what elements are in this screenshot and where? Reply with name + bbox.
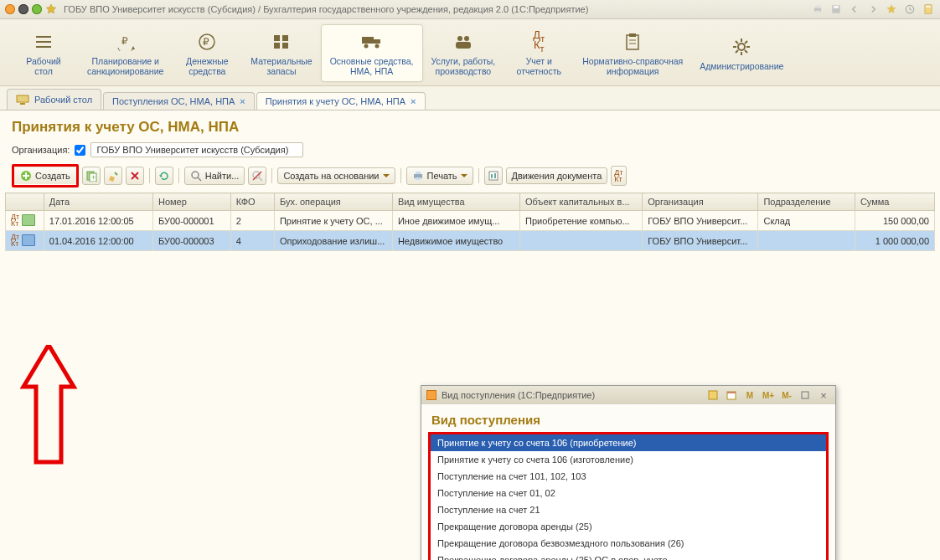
nav-label: Основные средства, НМА, НПА	[330, 56, 414, 76]
nav-label: Денежные средства	[186, 56, 229, 76]
calculator-icon[interactable]	[706, 388, 720, 402]
nav-fwd-icon[interactable]	[866, 3, 880, 16]
close-icon[interactable]: ×	[240, 96, 245, 106]
maximize-icon[interactable]	[798, 388, 812, 402]
find-button[interactable]: Найти...	[184, 167, 245, 185]
col-sum[interactable]: Сумма	[855, 193, 934, 211]
cell-num: БУ00-000003	[153, 231, 231, 251]
svg-rect-58	[709, 391, 717, 399]
calendar-icon[interactable]	[725, 388, 738, 402]
print-button[interactable]: Печать	[406, 167, 473, 185]
svg-line-38	[736, 50, 738, 53]
people-icon	[453, 31, 473, 53]
window-button[interactable]	[32, 4, 42, 14]
svg-rect-61	[802, 392, 808, 398]
svg-rect-54	[489, 172, 498, 180]
nav-fixed-assets[interactable]: Основные средства, НМА, НПА	[321, 24, 423, 82]
nav-materials[interactable]: Материальные запасы	[242, 24, 320, 82]
window-button[interactable]	[18, 4, 28, 14]
create-button[interactable]: Создать	[14, 167, 76, 185]
svg-rect-60	[727, 392, 736, 393]
edit-button[interactable]	[104, 167, 122, 185]
save-icon[interactable]	[829, 3, 843, 16]
nav-planning[interactable]: ₽ Планирование и санкционирование	[79, 24, 172, 82]
nav-services[interactable]: Услуги, работы, производство	[423, 24, 504, 82]
svg-rect-26	[627, 35, 638, 49]
org-value[interactable]: ГОБУ ВПО Университет искусств (Субсидия)	[90, 142, 303, 157]
app-logo	[426, 390, 436, 400]
cell-date: 17.01.2016 12:00:05	[44, 211, 152, 231]
nav-desktop[interactable]: Рабочий стол	[8, 24, 79, 82]
col-dep[interactable]: Подразделение	[758, 193, 855, 211]
chevron-down-icon	[383, 174, 390, 181]
svg-point-22	[374, 44, 379, 48]
list-item[interactable]: Поступление на счет 21	[431, 501, 826, 518]
clear-find-button[interactable]	[248, 167, 266, 185]
col-date[interactable]: Дата	[44, 193, 152, 211]
print-label: Печать	[427, 171, 457, 181]
mem-mplus[interactable]: M+	[762, 388, 775, 402]
col-org[interactable]: Организация	[643, 193, 758, 211]
calculator-icon[interactable]	[922, 3, 935, 16]
nav-accounting[interactable]: ДтКт Учет и отчетность	[504, 24, 574, 82]
dtkt-icon: ДтКт	[11, 234, 19, 247]
tab-acceptance[interactable]: Принятия к учету ОС, НМА, НПА ×	[256, 92, 426, 110]
printer-icon[interactable]	[811, 3, 824, 16]
ruble-cycle-icon: ₽	[115, 31, 137, 53]
org-filter-checkbox[interactable]	[75, 145, 85, 156]
close-icon[interactable]: ×	[411, 96, 416, 106]
svg-marker-57	[23, 345, 74, 462]
nav-money[interactable]: ₽ Денежные средства	[172, 24, 242, 82]
list-item[interactable]: Поступление на счет 101, 102, 103	[431, 468, 826, 485]
refresh-button[interactable]	[155, 167, 173, 185]
list-item[interactable]: Прекращение договора аренды (25) ОС в оп…	[431, 552, 826, 560]
chevron-down-icon	[461, 174, 467, 181]
cell-kind: Недвижимое имущество	[392, 231, 519, 251]
tab-receipts[interactable]: Поступления ОС, НМА, НПА ×	[103, 92, 255, 110]
report-button[interactable]	[484, 167, 503, 185]
col-op[interactable]: Бух. операция	[274, 193, 392, 211]
documents-table: Дата Номер КФО Бух. операция Вид имущест…	[5, 193, 935, 251]
create-based-button[interactable]: Создать на основании	[277, 167, 395, 184]
dialog-header: Вид поступления	[421, 404, 835, 432]
page-content: Принятия к учету ОС, НМА, НПА Организаци…	[0, 110, 940, 560]
col-obj[interactable]: Объект капитальных в...	[520, 193, 643, 211]
col-kfo[interactable]: КФО	[230, 193, 274, 211]
svg-rect-15	[274, 35, 280, 41]
add-icon	[20, 170, 32, 182]
table-row[interactable]: ДтКт 01.04.2016 12:00:00 БУ00-000003 4 О…	[6, 231, 935, 251]
copy-button[interactable]: +	[82, 167, 101, 185]
favorite-star-icon[interactable]	[885, 3, 898, 16]
svg-rect-19	[362, 37, 374, 44]
table-row[interactable]: ДтКт 17.01.2016 12:00:05 БУ00-000001 2 П…	[6, 211, 935, 231]
dtkt-icon: ДтКт	[11, 213, 19, 227]
nav-admin[interactable]: Администрирование	[691, 24, 792, 82]
dtkt-button[interactable]: ДтКт	[611, 166, 626, 186]
svg-rect-1	[815, 5, 820, 8]
create-button-label: Создать	[35, 171, 70, 181]
list-item[interactable]: Прекращение договора аренды (25)	[431, 518, 826, 535]
nav-label: Учет и отчетность	[517, 56, 561, 76]
close-icon[interactable]: ×	[817, 388, 830, 402]
list-item[interactable]: Прекращение договора безвозмездного поль…	[431, 535, 826, 552]
delete-mark-button[interactable]	[126, 167, 144, 185]
col-number[interactable]: Номер	[153, 193, 231, 211]
list-item[interactable]: Поступление на счет 01, 02	[431, 485, 826, 501]
nav-reference[interactable]: Нормативно-справочная информация	[574, 24, 691, 82]
list-item[interactable]: Принятие к учету со счета 106 (приобрете…	[431, 434, 826, 451]
svg-point-46	[192, 172, 199, 178]
mem-mminus[interactable]: M-	[780, 388, 793, 402]
mem-m[interactable]: M	[743, 388, 757, 402]
tab-desktop[interactable]: Рабочий стол	[7, 89, 101, 110]
org-label: Организация:	[12, 145, 70, 155]
col-kind[interactable]: Вид имущества	[392, 193, 519, 211]
col-icon[interactable]	[6, 193, 44, 211]
history-icon[interactable]	[903, 3, 917, 16]
doc-movements-button[interactable]: Движения документа	[506, 167, 608, 184]
dtkt-icon: ДтКт	[533, 31, 545, 53]
list-item[interactable]: Принятие к учету со счета 106 (изготовле…	[431, 451, 826, 468]
svg-text:+: +	[91, 173, 96, 182]
favorite-icon[interactable]	[45, 3, 57, 15]
nav-back-icon[interactable]	[848, 3, 861, 16]
cell-op: Оприходование излиш...	[274, 231, 392, 251]
